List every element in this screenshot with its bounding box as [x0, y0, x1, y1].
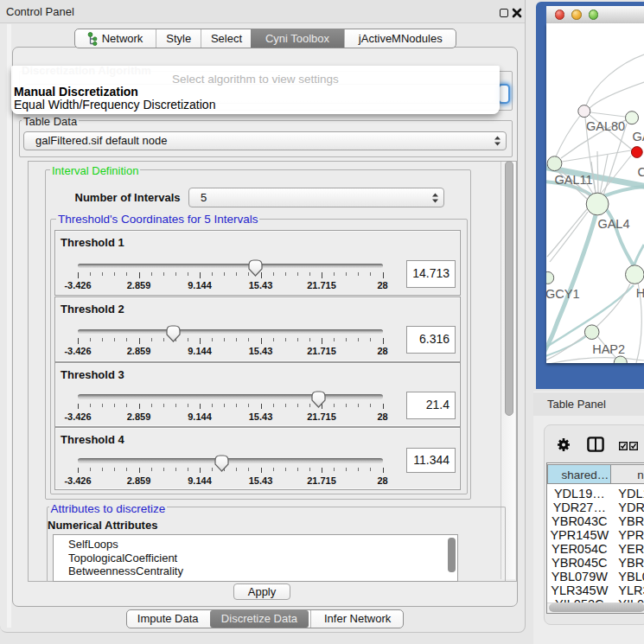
svg-text:GAL4: GAL4 [597, 217, 629, 231]
svg-text:GAL11: GAL11 [555, 173, 593, 187]
svg-text:GCY1: GCY1 [546, 287, 580, 301]
svg-text:HAP2: HAP2 [636, 286, 644, 300]
svg-text:GAL2: GAL2 [633, 130, 644, 143]
svg-text:GAL80: GAL80 [586, 119, 625, 133]
svg-text:HAP2: HAP2 [592, 342, 625, 356]
svg-text:CDC: CDC [638, 165, 644, 179]
